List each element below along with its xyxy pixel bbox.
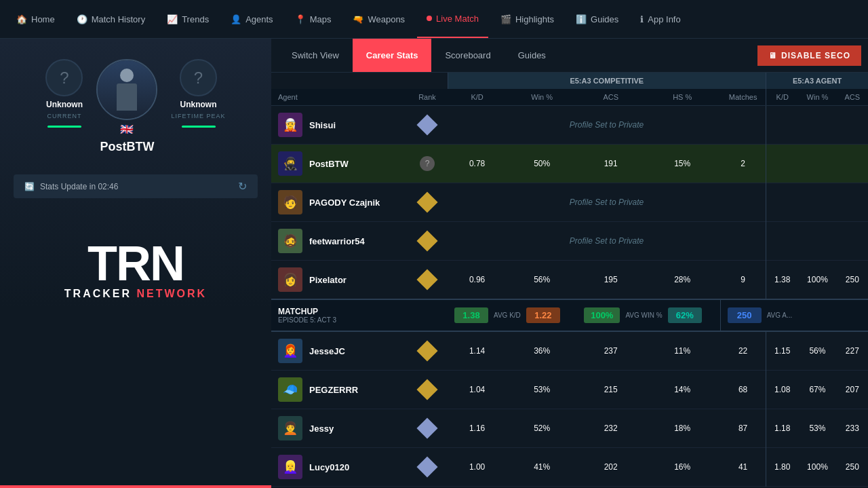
agent-cell-Pixelator[interactable]: 👩 Pixelator [271,261,407,300]
nav-live-match[interactable]: Live Match [417,0,488,38]
agents-icon: 👤 [231,14,241,24]
col-agent-win: Win % [798,89,836,106]
guides-icon: ℹ️ [576,14,587,24]
table-row: 👩 Pixelator 0.96 56% 195 28% 9 1.38 100%… [271,261,868,300]
player-flag: 🇬🇧 [120,123,134,136]
agent-cell-PostBTW[interactable]: 🥷 PostBTW [271,145,407,183]
trn-logo-area: TRN TRACKER NETWORK [64,239,207,300]
nav-home[interactable]: 🏠 Home [7,0,64,38]
col-group-agent: E5:A3 AGENT [766,73,868,89]
stats-update-bar: 🔄 Stats Update in 02:46 ↻ [14,174,258,198]
bottom-progress-bar [0,485,271,488]
column-headers: Agent Rank K/D Win % ACS HS % Matches K/… [271,89,868,106]
main-layout: ? Unknown CURRENT � [0,39,868,488]
history-icon: 🕐 [77,14,87,24]
monitor-icon: 🖥 [768,51,777,60]
tab-scoreboard[interactable]: Scoreboard [431,39,504,72]
stats-table-container[interactable]: E5:A3 COMPETITIVE E5:A3 AGENT Agent Rank… [271,73,868,488]
top-navigation: 🏠 Home 🕐 Match History 📈 Trends 👤 Agents… [0,0,868,39]
tracker-network-text: TRACKER NETWORK [64,288,207,300]
tab-guides[interactable]: Guides [505,39,559,72]
home-icon: 🏠 [16,14,27,24]
matchup-row: MATCHUP EPISODE 5: ACT 3 1.38 AVG K/D 1.… [271,299,868,331]
col-agent: Agent [271,89,407,106]
profile-top-row: ? Unknown CURRENT � [45,59,225,154]
stats-update-left: 🔄 Stats Update in 02:46 [24,182,118,191]
table-row: 🧔 feetwarrior54 Profile Set to Private [271,222,868,261]
live-dot-icon [427,16,432,21]
col-win: Win % [507,89,577,106]
refresh-button[interactable]: ↻ [238,180,247,193]
agent-cell-JesseJC[interactable]: 👩‍🦰 JesseJC [271,331,407,371]
disable-seco-button[interactable]: 🖥 DISABLE SECO [757,45,861,66]
table-row: 🧝 Shisui Profile Set to Private [271,106,868,145]
nav-agents[interactable]: 👤 Agents [221,0,282,38]
col-kd: K/D [448,89,507,106]
avatar-figure [98,60,156,119]
col-acs: ACS [577,89,644,106]
agent-cell-feetwarrior54[interactable]: 🧔 feetwarrior54 [271,222,407,261]
col-matches: Matches [720,89,766,106]
table-row: 🥷 PostBTW ? 0.78 50% 191 15% 2 [271,145,868,183]
col-rank: Rank [407,89,448,106]
left-avatar: ? [45,59,83,96]
right-unknown-profile: ? Unknown LIFETIME PEAK [171,59,225,128]
table-row: 🧑 PAGODY Czajnik Profile Set to Private [271,183,868,222]
col-group-competitive: E5:A3 COMPETITIVE [448,73,766,89]
clock-icon: 🔄 [24,182,35,191]
agent-cell-Shisui[interactable]: 🧝 Shisui [271,106,407,145]
table-row: 👩‍🦰 JesseJC 1.14 36% 237 11% 22 1.15 56%… [271,331,868,371]
maps-icon: 📍 [295,14,306,24]
tab-switch-view[interactable]: Switch View [278,39,353,72]
agent-cell-PAGODY Czajnik[interactable]: 🧑 PAGODY Czajnik [271,183,407,222]
profile-area: ? Unknown CURRENT � [0,52,271,212]
main-avatar-container: 🇬🇧 PostBTW [96,59,157,154]
nav-highlights[interactable]: 🎬 Highlights [491,0,564,38]
nav-weapons[interactable]: 🔫 Weapons [343,0,414,38]
lifetime-bar [182,126,216,128]
table-row: 🧢 PEGZERRR 1.04 53% 215 14% 68 1.08 67% … [271,371,868,409]
weapons-icon: 🔫 [353,14,363,24]
main-player-avatar [96,59,157,120]
nav-match-history[interactable]: 🕐 Match History [67,0,155,38]
col-hs: HS % [644,89,720,106]
nav-maps[interactable]: 📍 Maps [285,0,341,38]
trends-icon: 📈 [167,14,178,24]
col-agent-kd: K/D [766,89,799,106]
tabs-row: Switch View Career Stats Scoreboard Guid… [271,39,868,73]
left-unknown-profile: ? Unknown CURRENT [45,59,83,128]
table-body: 🧝 Shisui Profile Set to Private 🥷 PostBT… [271,106,868,487]
agent-cell-PEGZERRR[interactable]: 🧢 PEGZERRR [271,371,407,409]
right-content: Switch View Career Stats Scoreboard Guid… [271,39,868,488]
tab-career-stats[interactable]: Career Stats [353,39,432,72]
current-bar [47,126,81,128]
agent-cell-Jessy[interactable]: 🧑‍🦱 Jessy [271,409,407,448]
nav-trends[interactable]: 📈 Trends [157,0,218,38]
column-group-header: E5:A3 COMPETITIVE E5:A3 AGENT [271,73,868,89]
table-row: 👱‍♀️ Lucy0120 1.00 41% 202 16% 41 1.80 1… [271,448,868,487]
nav-app-info[interactable]: ℹ App Info [631,0,690,38]
left-sidebar: ? Unknown CURRENT � [0,39,271,488]
char-head [120,69,134,82]
main-player-name: PostBTW [100,140,154,154]
app-info-icon: ℹ [640,14,644,24]
nav-guides[interactable]: ℹ️ Guides [566,0,628,38]
col-agent-acs: ACS [837,89,868,106]
char-body [117,83,137,111]
highlights-icon: 🎬 [500,14,511,24]
table-row: 🧑‍🦱 Jessy 1.16 52% 232 18% 87 1.18 53% 2… [271,409,868,448]
stats-table: E5:A3 COMPETITIVE E5:A3 AGENT Agent Rank… [271,73,868,487]
right-avatar: ? [180,59,217,96]
agent-cell-Lucy0120[interactable]: 👱‍♀️ Lucy0120 [271,448,407,487]
